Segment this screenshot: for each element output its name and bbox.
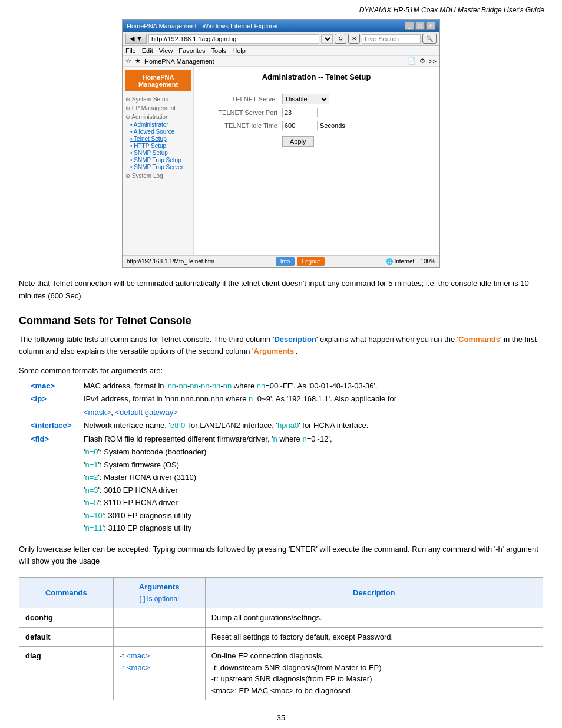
command-table: Commands Arguments[ ] is optional Descri…: [19, 577, 543, 700]
telnet-idle-label: TELNET Idle Time: [201, 122, 277, 129]
table-header-row: Commands Arguments[ ] is optional Descri…: [19, 578, 543, 608]
interface-desc: Network interface name, 'eth0' for LAN1/…: [84, 420, 543, 431]
status-bar: 🌐 Internet 100%: [386, 258, 435, 265]
minimize-button[interactable]: _: [405, 22, 414, 30]
menu-tools[interactable]: Tools: [211, 47, 227, 54]
logout-button[interactable]: Logout: [297, 257, 325, 266]
internet-status: 🌐 Internet: [386, 258, 415, 265]
telnet-port-label: TELNET Server Port: [201, 109, 277, 116]
telnet-server-select[interactable]: Disable Enable: [282, 94, 329, 104]
th-description: Description: [205, 578, 543, 608]
formats-intro: Some common formats for arguments are:: [19, 365, 543, 377]
fid-desc: Flash ROM file id represented different …: [84, 433, 543, 445]
browser-content: HomePNA Management ⊕ System Setup ⊕ EP M…: [123, 67, 439, 255]
desc-diag: On-line EP connection diagnosis. -t: dow…: [205, 647, 543, 700]
cmd-default: default: [19, 627, 114, 647]
fid-rows: 'n=0': System bootcode (bootloader) 'n=1…: [19, 446, 543, 534]
desc-dconfig: Dump all configurations/settings.: [205, 608, 543, 628]
th-commands: Commands: [19, 578, 114, 608]
mac-key: <mac>: [31, 380, 84, 392]
args-diag: -t <mac>-r <mac>: [113, 647, 205, 700]
tools-icon: ⚙: [419, 57, 425, 65]
url-input[interactable]: [148, 34, 319, 44]
mac-desc: MAC address, format in 'nn-nn-nn-nn-nn-n…: [84, 380, 543, 392]
fid-row-3: 'n=3': 3010 EP HCNA driver: [84, 485, 543, 496]
ip-key: <ip>: [31, 393, 84, 405]
menu-favorites[interactable]: Favorites: [178, 47, 205, 54]
section-heading: Command Sets for Telnet Console: [19, 313, 543, 329]
browser-title: HomePNA Management - Windows Internet Ex…: [127, 22, 278, 29]
sidebar-item-administrator[interactable]: • Administrator: [125, 121, 191, 128]
formats-section: Some common formats for arguments are: <…: [19, 365, 543, 534]
fid-row-5: 'n=5': 3110 EP HCNA driver: [84, 497, 543, 509]
back-button[interactable]: ◀ ▼: [125, 34, 147, 44]
apply-row: Apply: [201, 134, 432, 147]
fid-row-0: 'n=0': System bootcode (bootloader): [84, 446, 543, 458]
close-button[interactable]: ✕: [426, 22, 435, 30]
page-icon: 📄: [408, 57, 416, 65]
stop-button[interactable]: ✕: [348, 34, 360, 44]
info-button[interactable]: Info: [276, 257, 295, 266]
address-bar: ◀ ▼ ↻ ✕ 🔍: [123, 32, 439, 46]
seconds-label: Seconds: [320, 122, 345, 129]
args-dconfig: [113, 608, 205, 628]
sidebar-item-snmp-trap-server[interactable]: • SNMP Trap Server: [125, 164, 191, 170]
page-number: 35: [19, 712, 543, 724]
footer-buttons: Info Logout: [276, 257, 325, 266]
zoom-level: 100%: [420, 258, 435, 265]
lower-note: Only lowercase letter can be accepted. T…: [19, 543, 543, 568]
sidebar-item-administration[interactable]: ⊖ Administration: [125, 114, 191, 120]
favorites-icon: ★: [135, 57, 141, 65]
browser-toolbar: ☆ ★ HomePNA Management 📄 ⚙ >>: [123, 56, 439, 67]
sidebar-item-allowed-source[interactable]: • Allowed Source: [125, 129, 191, 135]
sidebar-item-snmp-setup[interactable]: • SNMP Setup: [125, 150, 191, 156]
nav-select[interactable]: [321, 34, 333, 44]
telnet-idle-row: TELNET Idle Time Seconds: [201, 121, 432, 130]
table-row: default Reset all settings to factory de…: [19, 627, 543, 647]
footer-url: http://192.168.1.1/Mtn_Telnet.htm: [127, 258, 214, 265]
sidebar-item-ep-management[interactable]: ⊕ EP Management: [125, 105, 191, 111]
sidebar: HomePNA Management ⊕ System Setup ⊕ EP M…: [123, 67, 194, 255]
telnet-port-input[interactable]: [282, 108, 318, 117]
refresh-button[interactable]: ↻: [335, 34, 346, 44]
cmd-diag: diag: [19, 647, 114, 700]
th-arguments: Arguments[ ] is optional: [113, 578, 205, 608]
apply-button[interactable]: Apply: [282, 136, 314, 147]
search-icon[interactable]: 🔍: [422, 34, 437, 44]
telnet-server-label: TELNET Server: [201, 95, 277, 103]
doc-content: Note that Telnet connection will be term…: [19, 278, 543, 724]
fid-row-10: 'n=10': 3010 EP diagnosis utility: [84, 510, 543, 522]
cmd-dconfig: dconfig: [19, 608, 114, 628]
format-ip: <ip> IPv4 address, format in 'nnn.nnn.nn…: [19, 393, 543, 405]
table-row: dconfig Dump all configurations/settings…: [19, 608, 543, 628]
more-icon: >>: [429, 58, 437, 65]
fid-key: <fid>: [31, 433, 84, 445]
menu-view[interactable]: View: [159, 47, 173, 54]
sidebar-item-snmp-trap-setup[interactable]: • SNMP Trap Setup: [125, 157, 191, 163]
telnet-port-row: TELNET Server Port: [201, 108, 432, 117]
maximize-button[interactable]: □: [415, 22, 425, 30]
telnet-idle-input[interactable]: [282, 121, 318, 130]
format-fid: <fid> Flash ROM file id represented diff…: [19, 433, 543, 445]
sidebar-item-system-setup[interactable]: ⊕ System Setup: [125, 96, 191, 103]
fid-row-1: 'n=1': System firmware (OS): [84, 459, 543, 471]
fid-row-2: 'n=2': Master HCNA driver (3110): [84, 472, 543, 483]
sidebar-item-system-log[interactable]: ⊕ System Log: [125, 173, 191, 179]
search-input[interactable]: [362, 34, 421, 44]
sidebar-item-telnet-setup[interactable]: • Telnet Setup: [125, 136, 191, 142]
tab-label: HomePNA Management: [144, 58, 214, 65]
menu-help[interactable]: Help: [232, 47, 246, 54]
sidebar-item-http-setup[interactable]: • HTTP Setup: [125, 143, 191, 149]
star-icon: ☆: [125, 57, 131, 65]
browser-titlebar: HomePNA Management - Windows Internet Ex…: [123, 20, 439, 32]
interface-key: <interface>: [31, 420, 84, 431]
menu-bar: File Edit View Favorites Tools Help: [123, 46, 439, 56]
window-controls: _ □ ✕: [405, 22, 435, 30]
menu-edit[interactable]: Edit: [142, 47, 153, 54]
menu-file[interactable]: File: [125, 47, 136, 54]
browser-window: HomePNA Management - Windows Internet Ex…: [122, 19, 440, 268]
telnet-server-row: TELNET Server Disable Enable: [201, 94, 432, 104]
desc-default: Reset all settings to factory default, e…: [205, 627, 543, 647]
format-interface: <interface> Network interface name, 'eth…: [19, 420, 543, 431]
page-header: DYNAMIX HP-51M Coax MDU Master Bridge Us…: [18, 6, 544, 14]
